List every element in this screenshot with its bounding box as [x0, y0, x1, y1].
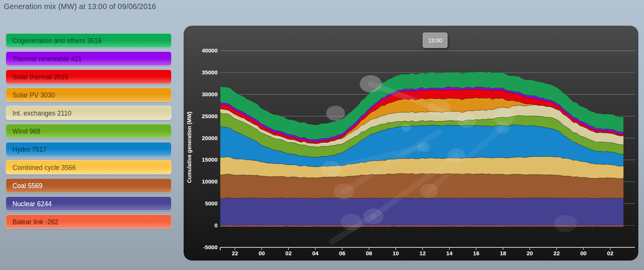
- y-tick-label: 20000: [202, 135, 218, 141]
- x-tick-label: 18: [500, 250, 506, 256]
- x-tick-label: 20: [527, 250, 533, 256]
- x-tick-label: 00: [580, 250, 587, 256]
- legend-item-label: Solar PV 3030: [12, 91, 55, 99]
- legend-item-solar_pv[interactable]: Solar PV 3030: [6, 88, 172, 102]
- x-tick-label: 10: [393, 250, 399, 256]
- generation-mix-page: Generation mix (MW) at 13:00 of 09/06/20…: [0, 0, 644, 270]
- legend-item-wind[interactable]: Wind 968: [6, 124, 172, 138]
- legend-item-label: Cogeneration and others 3516: [12, 37, 101, 45]
- y-tick-label: -5000: [203, 244, 218, 250]
- y-tick-label: 0: [215, 222, 218, 228]
- y-axis: 4000035000300002500020000150001000050000…: [186, 47, 218, 250]
- y-tick-label: 35000: [202, 69, 218, 76]
- legend-item-int_exchanges[interactable]: Int. exchanges 2110: [6, 106, 172, 120]
- legend-item-label: Balear link -262: [12, 218, 58, 226]
- x-tick-label: 16: [473, 250, 480, 256]
- legend-item-solar_thermal[interactable]: Solar thermal 2015: [6, 69, 172, 84]
- time-tooltip[interactable]: 13:00: [423, 32, 448, 48]
- legend-item-label: Combined cycle 3566: [12, 164, 76, 171]
- chart-panel: 2200020406081012141618202200024000035000…: [184, 26, 638, 261]
- y-tick-label: 5000: [205, 200, 218, 207]
- y-tick-label: 40000: [202, 47, 218, 54]
- x-tick-label: 06: [339, 250, 345, 256]
- x-tick-label: 22: [554, 250, 560, 256]
- x-tick-label: 14: [446, 250, 452, 256]
- legend-item-combined_cycle[interactable]: Combined cycle 3566: [6, 160, 172, 174]
- y-tick-label: 15000: [202, 156, 218, 163]
- x-tick-label: 04: [312, 250, 319, 256]
- legend-item-label: Solar thermal 2015: [12, 73, 68, 81]
- page-title: Generation mix (MW) at 13:00 of 09/06/20…: [4, 2, 156, 11]
- x-tick-label: 02: [285, 250, 292, 256]
- legend-item-label: Wind 968: [12, 128, 40, 135]
- legend-item-label: Nuclear 6244: [12, 200, 52, 208]
- x-tick-label: 02: [607, 250, 613, 256]
- y-tick-label: 10000: [202, 178, 218, 185]
- legend-item-balear_link[interactable]: Balear link -262: [6, 214, 172, 229]
- legend-item-hydro[interactable]: Hydro 7517: [6, 142, 172, 156]
- x-axis: 220002040608101214161820220002: [220, 247, 635, 256]
- legend-item-cogeneration[interactable]: Cogeneration and others 3516: [6, 33, 172, 48]
- x-tick-label: 00: [259, 250, 265, 256]
- generation-stacked-area-chart[interactable]: 2200020406081012141618202200024000035000…: [184, 26, 638, 261]
- legend-item-label: Thermal renewable 421: [12, 55, 82, 63]
- x-tick-label: 08: [366, 250, 372, 256]
- y-axis-title: Cumulative generation (MW): [186, 111, 192, 183]
- legend-item-nuclear[interactable]: Nuclear 6244: [6, 196, 172, 211]
- legend: Cogeneration and others 3516Thermal rene…: [6, 33, 172, 233]
- x-tick-label: 22: [232, 250, 238, 256]
- legend-item-coal[interactable]: Coal 5569: [6, 178, 172, 193]
- legend-item-label: Coal 5569: [12, 182, 43, 190]
- x-tick-label: 12: [419, 250, 426, 256]
- legend-item-thermal_renewable[interactable]: Thermal renewable 421: [6, 51, 172, 66]
- legend-item-label: Int. exchanges 2110: [12, 110, 71, 117]
- y-tick-label: 30000: [202, 91, 218, 97]
- legend-item-label: Hydro 7517: [12, 146, 46, 153]
- y-tick-label: 25000: [202, 113, 218, 119]
